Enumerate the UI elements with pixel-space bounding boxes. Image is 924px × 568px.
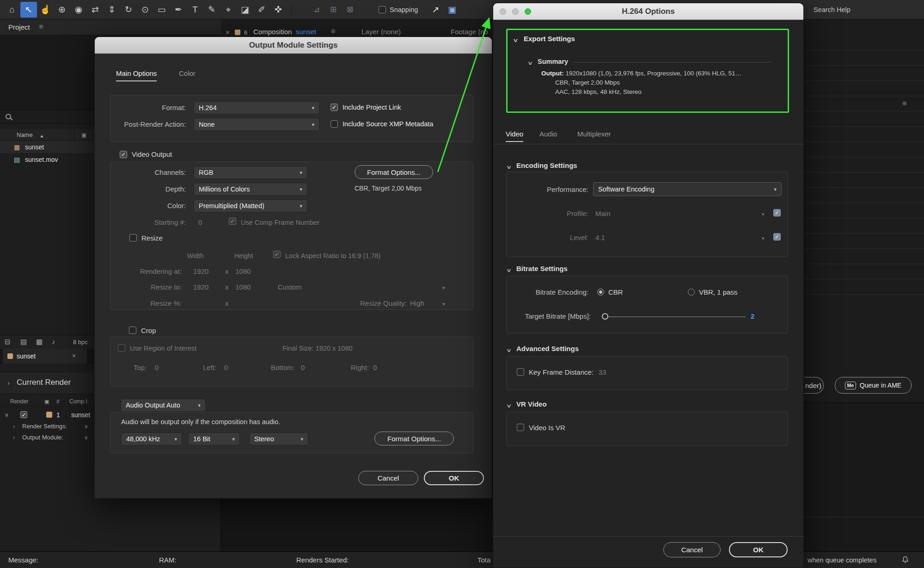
close-icon[interactable]: × <box>226 28 230 37</box>
ok-button[interactable]: OK <box>729 542 788 557</box>
close-icon[interactable]: × <box>72 351 76 360</box>
vbr-radio[interactable] <box>688 289 695 296</box>
post-render-action-dropdown[interactable]: None▾ <box>194 118 319 131</box>
tab-footage[interactable]: Footage (no <box>451 27 488 37</box>
orbit-camera-tool-icon[interactable]: ◉ <box>70 2 87 18</box>
tab-video[interactable]: Video <box>506 130 523 138</box>
tab-composition-label[interactable]: Composition <box>253 27 292 37</box>
sort-asc-icon[interactable]: ▲ <box>40 131 44 141</box>
search-help[interactable]: Search Help <box>814 5 851 14</box>
flowchart-icon[interactable]: ⊟ <box>5 337 11 346</box>
chevron-down-icon[interactable]: ∨ <box>84 422 88 431</box>
snapping-checkbox[interactable] <box>379 6 386 13</box>
profile-auto-checkbox[interactable]: ✓ <box>773 209 781 216</box>
level-auto-checkbox[interactable]: ✓ <box>773 233 781 241</box>
eraser-tool-icon[interactable]: ◪ <box>237 2 253 18</box>
audio-icon[interactable]: ♪ <box>52 337 55 346</box>
zoom-tool-icon[interactable]: ⊕ <box>54 2 70 18</box>
snap-edges-icon[interactable]: ↗ <box>427 2 444 18</box>
clone-stamp-tool-icon[interactable]: ⌖ <box>220 2 237 18</box>
cancel-button[interactable]: Cancel <box>663 542 721 557</box>
resize-to-width[interactable]: 1920 <box>193 283 208 292</box>
resize-checkbox[interactable] <box>129 234 137 241</box>
advanced-settings-header[interactable]: Advanced Settings <box>516 344 579 353</box>
audio-output-dropdown[interactable]: Audio Output Auto▾ <box>121 399 206 412</box>
tab-sunset[interactable]: sunset × <box>3 349 87 364</box>
starting-number-value[interactable]: 0 <box>198 218 202 227</box>
home-icon[interactable]: ⌂ <box>4 2 20 18</box>
selection-tool-icon[interactable]: ↖ <box>20 2 37 18</box>
resize-quality-value[interactable]: High <box>410 299 424 308</box>
project-panel-menu-icon[interactable]: ≡ <box>39 22 43 31</box>
export-settings-header[interactable]: Export Settings <box>524 34 575 43</box>
disclosure-chevron-icon[interactable]: › <box>7 378 10 388</box>
shape-tool-icon[interactable]: ▭ <box>153 2 170 18</box>
queue-col-number[interactable]: # <box>56 397 60 406</box>
queue-col-render[interactable]: Render <box>10 397 28 406</box>
panel-menu-icon[interactable]: ≡ <box>331 27 335 36</box>
vr-video-header[interactable]: VR Video <box>516 400 547 409</box>
chevron-down-icon[interactable]: ∨ <box>506 162 512 172</box>
row-color-swatch[interactable] <box>46 412 52 418</box>
pan-camera-tool-icon[interactable]: ⇄ <box>87 2 104 18</box>
snap-frame-icon[interactable]: ▣ <box>444 2 460 18</box>
disclosure-chevron-icon[interactable]: › <box>13 422 15 431</box>
crop-left-value[interactable]: 0 <box>224 363 228 372</box>
use-comp-frame-checkbox[interactable]: ✓ <box>229 217 236 225</box>
queue-in-ame-button[interactable]: Me Queue in AME <box>835 377 912 394</box>
bitrate-settings-header[interactable]: Bitrate Settings <box>516 264 568 273</box>
axis-mode-local-icon[interactable]: ⊿ <box>308 2 325 18</box>
brush-tool-icon[interactable]: ✎ <box>203 2 220 18</box>
dialog-title-bar[interactable]: Output Module Settings <box>95 37 492 54</box>
chevron-down-icon[interactable]: ∨ <box>506 265 512 275</box>
summary-header[interactable]: Summary <box>538 57 568 66</box>
tab-composition-name[interactable]: sunset <box>296 27 316 37</box>
queue-col-tag-icon[interactable]: ▣ <box>44 397 49 406</box>
format-dropdown[interactable]: H.264▾ <box>194 101 319 114</box>
zoom-window-button[interactable] <box>525 8 531 15</box>
target-bitrate-value[interactable]: 2 <box>751 312 754 321</box>
include-project-link-checkbox[interactable]: ✓ <box>330 104 338 111</box>
render-button-partial[interactable]: nder) <box>804 377 824 394</box>
chevron-down-icon[interactable]: ∨ <box>506 346 512 355</box>
pen-tool-icon[interactable]: ✒ <box>170 2 187 18</box>
axis-mode-view-icon[interactable]: ⊠ <box>342 2 358 18</box>
tab-color[interactable]: Color <box>179 69 196 77</box>
ok-button[interactable]: OK <box>424 471 484 485</box>
column-name[interactable]: Name <box>17 130 33 140</box>
target-bitrate-slider-track[interactable] <box>605 316 746 317</box>
render-enabled-checkbox[interactable]: ✓ <box>20 411 27 418</box>
sample-rate-dropdown[interactable]: 48,000 kHz▾ <box>121 432 182 445</box>
puppet-pin-tool-icon[interactable]: ✜ <box>270 2 287 18</box>
dialog-title-bar[interactable]: H.264 Options <box>493 3 803 20</box>
key-frame-distance-checkbox[interactable] <box>517 368 524 376</box>
target-bitrate-slider-knob[interactable] <box>602 313 608 320</box>
close-window-button[interactable] <box>500 8 506 15</box>
hand-tool-icon[interactable]: ☝ <box>37 2 54 18</box>
chevron-down-icon[interactable]: ∨ <box>84 433 88 442</box>
bell-icon[interactable] <box>901 556 909 564</box>
lock-aspect-checkbox[interactable]: ✓ <box>273 251 281 258</box>
minimize-window-button[interactable] <box>512 8 519 15</box>
tab-audio[interactable]: Audio <box>539 130 557 138</box>
roto-brush-tool-icon[interactable]: ✐ <box>253 2 270 18</box>
resize-preset-value[interactable]: Custom <box>278 283 302 292</box>
performance-dropdown[interactable]: Software Encoding▾ <box>593 182 782 196</box>
tab-layer[interactable]: Layer (none) <box>361 27 401 37</box>
type-tool-icon[interactable]: T <box>187 2 203 18</box>
chevron-down-icon[interactable]: ∨ <box>527 58 533 68</box>
color-dropdown[interactable]: Premultiplied (Matted)▾ <box>194 199 307 212</box>
cbr-radio[interactable] <box>597 289 604 296</box>
audio-format-options-button[interactable]: Format Options... <box>374 432 454 445</box>
include-xmp-checkbox[interactable] <box>330 120 338 128</box>
encoding-settings-header[interactable]: Encoding Settings <box>516 161 577 170</box>
dolly-camera-tool-icon[interactable]: ⇕ <box>104 2 120 18</box>
crop-right-value[interactable]: 0 <box>373 363 377 372</box>
label-color-column-icon[interactable]: ▣ <box>81 130 86 140</box>
tab-main-options[interactable]: Main Options <box>116 69 157 77</box>
video-is-vr-checkbox[interactable] <box>517 424 524 431</box>
channels-dropdown[interactable]: RGB▾ <box>194 166 307 179</box>
rotate-tool-icon[interactable]: ↻ <box>120 2 137 18</box>
tab-multiplexer[interactable]: Multiplexer <box>577 130 611 138</box>
crop-top-value[interactable]: 0 <box>155 363 159 372</box>
